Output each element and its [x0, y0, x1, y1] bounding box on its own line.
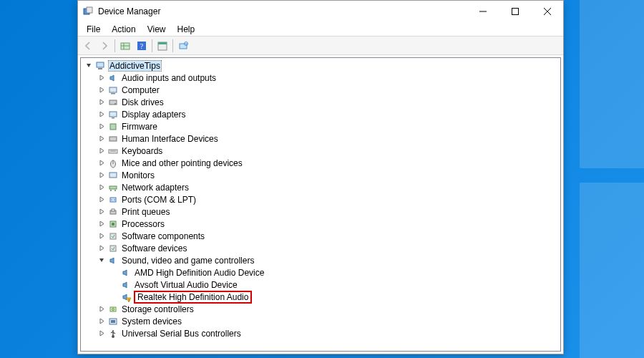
scan-icon: [178, 41, 188, 51]
tree-category-label: Keyboards: [122, 146, 162, 156]
svg-rect-41: [110, 246, 116, 251]
toolbar-scan-button[interactable]: [175, 38, 191, 54]
titlebar: Device Manager: [78, 1, 563, 22]
tree-category-label: Monitors: [122, 170, 155, 180]
menu-file[interactable]: File: [81, 23, 106, 36]
chevron-right-icon[interactable]: [97, 183, 107, 193]
tree-category[interactable]: Software components: [81, 230, 560, 242]
desktop-pane: [580, 183, 644, 358]
toolbar-separator: [172, 39, 173, 52]
tree-category[interactable]: Display adapters: [81, 108, 560, 120]
tree-category[interactable]: Storage controllers: [81, 303, 560, 315]
svg-rect-39: [112, 223, 114, 226]
speaker-icon: [107, 255, 119, 266]
svg-rect-17: [109, 87, 117, 92]
tree-category[interactable]: Ports (COM & LPT): [81, 193, 560, 205]
maximize-icon: [512, 8, 519, 15]
menu-help[interactable]: Help: [172, 23, 201, 36]
tree-category-label: Network adapters: [122, 183, 189, 193]
toolbar-help-button[interactable]: ?: [134, 38, 150, 54]
speaker-icon: [107, 72, 119, 84]
svg-rect-22: [112, 117, 114, 119]
toolbar-properties-button[interactable]: [155, 38, 170, 54]
chevron-right-icon[interactable]: [97, 158, 107, 168]
svg-rect-46: [111, 320, 115, 323]
chevron-right-icon[interactable]: [97, 73, 107, 83]
chevron-right-icon[interactable]: [97, 304, 107, 314]
svg-point-34: [111, 199, 112, 200]
chevron-right-icon[interactable]: [97, 122, 107, 132]
svg-rect-37: [112, 209, 114, 211]
disk-icon: [107, 97, 119, 108]
tree-category[interactable]: Print queues: [81, 205, 560, 218]
tree-category-label: Audio inputs and outputs: [122, 73, 216, 83]
tree-category[interactable]: System devices: [81, 315, 560, 327]
tree-device[interactable]: AMD High Definition Audio Device: [81, 266, 560, 279]
help-icon: ?: [137, 41, 147, 51]
svg-point-32: [114, 190, 116, 191]
speaker-icon: [120, 267, 132, 279]
chevron-right-icon[interactable]: [97, 146, 107, 156]
tree-category-label: Processors: [122, 219, 165, 229]
chevron-right-icon[interactable]: [97, 195, 107, 205]
software-icon: [107, 231, 119, 242]
app-icon: [82, 6, 94, 17]
tree-category[interactable]: Computer: [81, 84, 560, 96]
toolbar-forward-button: [97, 38, 112, 54]
tree-category[interactable]: Audio inputs and outputs: [81, 72, 560, 84]
chevron-right-icon[interactable]: [97, 316, 107, 326]
tree-category[interactable]: Mice and other pointing devices: [81, 157, 560, 169]
tree-device[interactable]: !Realtek High Definition Audio: [81, 291, 560, 303]
toolbar-separator: [152, 39, 152, 52]
svg-rect-3: [512, 9, 518, 15]
close-button[interactable]: [531, 1, 563, 22]
keyboard-icon: [107, 145, 119, 157]
minimize-button[interactable]: [467, 1, 499, 22]
tree-category[interactable]: Keyboards: [81, 145, 560, 157]
tree-category[interactable]: Disk drives: [81, 96, 560, 108]
chevron-right-icon[interactable]: [97, 219, 107, 229]
chevron-right-icon[interactable]: [97, 85, 107, 95]
tree-category[interactable]: Monitors: [81, 169, 560, 181]
chevron-down-icon[interactable]: [97, 256, 107, 266]
tree-category[interactable]: Software devices: [81, 242, 560, 254]
tree-device[interactable]: Avsoft Virtual Audio Device: [81, 279, 560, 291]
chevron-right-icon[interactable]: [97, 207, 107, 217]
svg-rect-15: [97, 62, 104, 67]
chevron-right-icon[interactable]: [97, 134, 107, 144]
display-icon: [107, 109, 119, 120]
menubar: File Action View Help: [78, 22, 563, 37]
tree-category[interactable]: Processors: [81, 218, 560, 230]
device-tree[interactable]: AddictiveTips Audio inputs and outputsCo…: [80, 57, 561, 352]
chevron-right-icon[interactable]: [97, 170, 107, 180]
network-icon: [107, 182, 119, 193]
svg-rect-16: [98, 68, 102, 69]
tree-category-label: Software components: [122, 231, 205, 241]
svg-rect-12: [158, 42, 167, 44]
chevron-down-icon[interactable]: [84, 61, 94, 71]
menu-action[interactable]: Action: [106, 23, 141, 36]
tree-category-label: Firmware: [122, 122, 157, 132]
toolbar-show-hidden-button[interactable]: [117, 38, 133, 54]
chevron-right-icon[interactable]: [97, 97, 107, 107]
svg-point-20: [114, 103, 116, 105]
chevron-right-icon[interactable]: [97, 329, 107, 339]
chevron-right-icon[interactable]: [97, 231, 107, 241]
tree-root[interactable]: AddictiveTips: [81, 59, 560, 72]
svg-rect-43: [110, 307, 116, 311]
tree-category-label: Disk drives: [122, 97, 164, 107]
desktop-pane: [580, 0, 644, 168]
tree-category[interactable]: Sound, video and game controllers: [81, 254, 560, 266]
system-icon: [107, 316, 119, 327]
maximize-button[interactable]: [499, 1, 531, 22]
computer-icon: [94, 60, 106, 72]
tree-root-label: AddictiveTips: [109, 61, 161, 71]
chevron-right-icon[interactable]: [97, 243, 107, 253]
tree-category[interactable]: Network adapters: [81, 181, 560, 193]
chevron-right-icon[interactable]: [97, 110, 107, 120]
tree-category-label: Computer: [122, 85, 160, 95]
tree-category[interactable]: Human Interface Devices: [81, 132, 560, 145]
menu-view[interactable]: View: [142, 23, 172, 36]
tree-category[interactable]: Universal Serial Bus controllers: [81, 327, 560, 339]
tree-category[interactable]: Firmware: [81, 120, 560, 132]
